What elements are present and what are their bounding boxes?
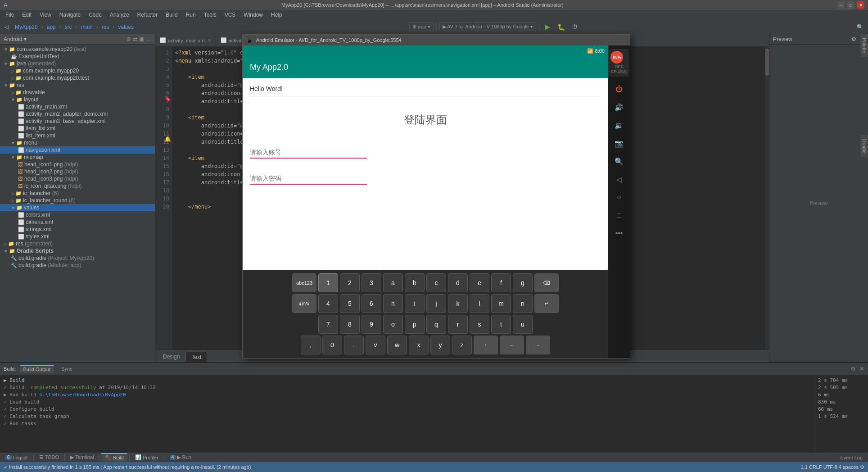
tree-item[interactable]: 🔧 build.gradle (Project: MyApp20) [0, 254, 155, 262]
home-button[interactable]: ○ [612, 190, 626, 204]
tree-item[interactable]: ▼ 📁 mipmap [0, 154, 155, 161]
run-tab[interactable]: 4 ▶ Run [166, 454, 195, 461]
back-button[interactable]: ◁ [612, 172, 626, 186]
recent-button[interactable]: □ [612, 208, 626, 222]
maximize-button[interactable]: □ [847, 1, 854, 9]
build-close-icon[interactable]: ✕ [859, 365, 864, 372]
tree-item[interactable]: ▼ 📁 layout [0, 96, 155, 103]
menu-vcs[interactable]: VCS [221, 11, 240, 19]
kb-x[interactable]: x [409, 336, 429, 354]
kb-backspace[interactable]: ⌫ [534, 273, 559, 292]
kb-c[interactable]: c [426, 273, 446, 292]
menu-build[interactable]: Build [162, 11, 181, 19]
event-log-tab[interactable]: Event Log [836, 454, 866, 461]
build-tab[interactable]: 🔨 Build [101, 453, 127, 462]
breadcrumb-main[interactable]: main [79, 23, 95, 31]
kb-q[interactable]: q [426, 315, 446, 334]
password-input[interactable] [250, 173, 367, 185]
sync-icon[interactable]: ⇄ [133, 36, 137, 42]
kb-8[interactable]: 8 [340, 315, 360, 334]
tree-item[interactable]: ⬜ dimens.xml [0, 218, 155, 226]
kb-w[interactable]: w [387, 336, 407, 354]
kb-2[interactable]: 2 [340, 273, 360, 292]
kb-mode-key[interactable]: abc123 [292, 273, 316, 292]
tree-item[interactable]: ▷ 📁 ic_launcher (6) [0, 190, 155, 197]
profile-button[interactable]: ⏱ [570, 23, 580, 31]
kb-m[interactable]: m [491, 294, 511, 313]
build-settings-icon[interactable]: ⚙ [850, 365, 856, 372]
tree-item[interactable]: ☕ ExampleUnitTest [0, 53, 155, 60]
kb-4[interactable]: 4 [318, 294, 338, 313]
tab-design[interactable]: Design [157, 351, 185, 362]
android-dropdown[interactable]: Android ▾ [4, 36, 27, 42]
tree-item[interactable]: ▷ 📁 com.example.myapp20.test [0, 74, 155, 82]
kb-comma[interactable]: , [301, 336, 321, 354]
menu-edit[interactable]: Edit [18, 11, 35, 19]
kb-h[interactable]: h [383, 294, 403, 313]
tree-item[interactable]: ▼ 📁 Gradle Scripts [0, 247, 155, 254]
kb-d[interactable]: d [448, 273, 468, 292]
kb-j[interactable]: j [426, 294, 446, 313]
kb-k[interactable]: k [448, 294, 468, 313]
tree-item-values[interactable]: ▼ 📁 values [0, 204, 155, 211]
tree-item[interactable]: ⬜ list_item.xml [0, 132, 155, 139]
kb-f[interactable]: f [491, 273, 511, 292]
volume-down[interactable]: 🔉 [612, 118, 626, 132]
kb-u[interactable]: u [513, 315, 533, 334]
palette-tab[interactable]: Palette [860, 34, 868, 57]
tree-item[interactable]: 🖼 ic_icon_qitao.png (hdpi) [0, 182, 155, 190]
breadcrumb-res[interactable]: res [100, 23, 111, 31]
sync-tab[interactable]: Sync [58, 365, 76, 372]
volume-up[interactable]: 🔊 [612, 100, 626, 114]
logcat-tab[interactable]: 6 Logcat [2, 454, 32, 461]
menu-code[interactable]: Code [85, 11, 105, 19]
menu-tools[interactable]: Tools [200, 11, 220, 19]
run-config[interactable]: ⊕ app ▾ [409, 23, 433, 31]
avd-config[interactable]: ▶ AVD for Android TV 1080p by Google ▾ [439, 23, 536, 31]
menu-help[interactable]: Help [267, 11, 286, 19]
breadcrumb-values[interactable]: values [116, 23, 136, 31]
kb-5[interactable]: 5 [340, 294, 360, 313]
build-output-tab[interactable]: Build Output [20, 365, 54, 373]
tree-item[interactable]: ▼ 📁 com.example.myapp20 (test) [0, 45, 155, 53]
kb-special[interactable]: @?# [292, 294, 316, 313]
kb-p[interactable]: p [405, 315, 425, 334]
kb-6[interactable]: 6 [362, 294, 381, 313]
kb-right[interactable]: → [526, 336, 550, 354]
breadcrumb-myapp20[interactable]: MyApp20 [13, 23, 40, 31]
preview-settings-icon[interactable]: ⚙ [851, 36, 856, 42]
kb-1[interactable]: 1 [318, 273, 338, 292]
tree-item[interactable]: ▷ 📁 com.example.myapp20 [0, 67, 155, 74]
tree-item[interactable]: ▷ 📁 ic_launcher_round (6) [0, 197, 155, 204]
kb-enter[interactable]: ↵ [534, 294, 559, 313]
tree-item[interactable]: ⬜ item_list.xml [0, 125, 155, 132]
kb-s[interactable]: s [470, 315, 489, 334]
build-path-link[interactable]: G:\TSBrowserDownloads\MyApp20 [39, 392, 126, 398]
menu-file[interactable]: File [2, 11, 18, 19]
power-button[interactable]: ⏻ [612, 82, 626, 96]
kb-a[interactable]: a [383, 273, 403, 292]
kb-r[interactable]: r [448, 315, 468, 334]
kb-y[interactable]: y [430, 336, 450, 354]
debug-button[interactable]: 🐛 [555, 23, 568, 32]
tree-item[interactable]: ▼ 📁 menu [0, 139, 155, 146]
tree-item[interactable]: 🖼 head_icon3.png (hdpi) [0, 175, 155, 182]
breadcrumb-src[interactable]: src [63, 23, 74, 31]
tree-item[interactable]: ⬜ activity_main.xml [0, 103, 155, 110]
kb-9[interactable]: 9 [362, 315, 381, 334]
menu-analyze[interactable]: Analyze [106, 11, 133, 19]
tab-text[interactable]: Text [185, 352, 207, 362]
menu-view[interactable]: View [36, 11, 55, 19]
tree-item[interactable]: ▷ 📁 res (generated) [0, 240, 155, 247]
tree-item[interactable]: 🔧 build.gradle (Module: app) [0, 262, 155, 269]
tree-item[interactable]: ⬜ activity_main2_adapter_demo.xml [0, 110, 155, 118]
gradle-tab[interactable]: Gradle [860, 135, 868, 157]
tree-item[interactable]: ⬜ colors.xml [0, 211, 155, 218]
tree-item[interactable]: ▼ 📁 res [0, 82, 155, 89]
tree-item[interactable]: 🖼 head_icon2.png (hdpi) [0, 168, 155, 175]
kb-dot[interactable]: . [344, 336, 364, 354]
kb-t[interactable]: t [491, 315, 511, 334]
kb-0[interactable]: 0 [322, 336, 342, 354]
kb-n[interactable]: n [513, 294, 533, 313]
toolbar-back[interactable]: ◁ [2, 23, 11, 31]
